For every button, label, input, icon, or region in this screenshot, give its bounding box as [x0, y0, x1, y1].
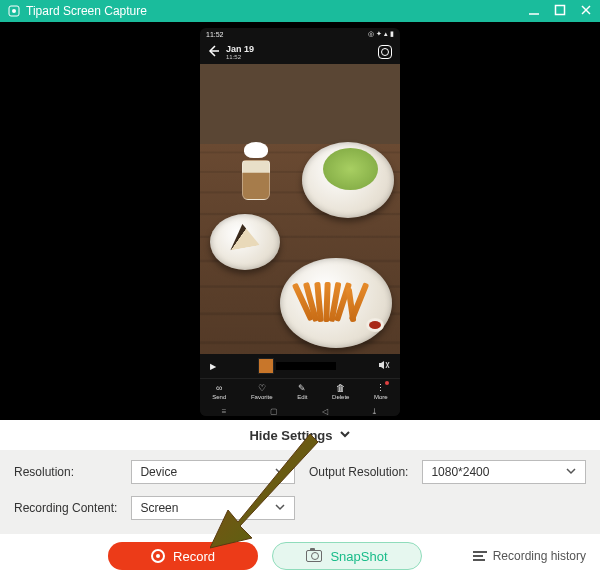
settings-panel: Resolution: Device Output Resolution: 10… [0, 450, 600, 534]
action-edit[interactable]: ✎Edit [297, 383, 307, 400]
app-icon [8, 5, 20, 17]
trash-icon: 🗑 [336, 383, 345, 393]
hide-settings-toggle[interactable]: Hide Settings [0, 420, 600, 450]
photo-time: 11:52 [226, 54, 254, 60]
status-time: 11:52 [206, 31, 224, 38]
hide-settings-label: Hide Settings [249, 428, 332, 443]
history-icon [473, 549, 487, 563]
nav-back-icon[interactable]: ◁ [322, 407, 328, 416]
svg-point-1 [12, 9, 16, 13]
nav-down-icon[interactable]: ⤓ [371, 407, 378, 416]
minimize-icon[interactable] [528, 4, 540, 19]
record-label: Record [173, 549, 215, 564]
svg-rect-3 [556, 5, 565, 14]
resolution-select[interactable]: Device [131, 460, 295, 484]
pencil-icon: ✎ [298, 383, 306, 393]
recording-content-label: Recording Content: [14, 501, 117, 515]
output-resolution-select[interactable]: 1080*2400 [422, 460, 586, 484]
chevron-down-icon [565, 465, 577, 480]
titlebar: Tipard Screen Capture [0, 0, 600, 22]
action-more[interactable]: ⋮More [374, 383, 388, 400]
preview-area: 11:52 ◎✦▴▮ Jan 19 11:52 [0, 22, 600, 420]
footer-bar: Record SnapShot Recording history [0, 534, 600, 577]
photo-header: Jan 19 11:52 [200, 40, 400, 64]
phone-action-row: ∞Send ♡Favorite ✎Edit 🗑Delete ⋮More [200, 378, 400, 404]
phone-nav-row: ≡ ▢ ◁ ⤓ [200, 404, 400, 416]
recording-content-value: Screen [140, 501, 178, 515]
maximize-icon[interactable] [554, 4, 566, 19]
share-icon: ∞ [216, 383, 222, 393]
output-resolution-label: Output Resolution: [309, 465, 408, 479]
window-title: Tipard Screen Capture [26, 4, 147, 18]
play-icon[interactable]: ▶ [210, 362, 216, 371]
photo-date: Jan 19 [226, 45, 254, 54]
camera-icon [306, 550, 322, 562]
output-resolution-value: 1080*2400 [431, 465, 489, 479]
bottom-panel: Hide Settings Resolution: Device Output … [0, 420, 600, 577]
action-delete[interactable]: 🗑Delete [332, 383, 349, 400]
status-icons: ◎✦▴▮ [366, 30, 394, 38]
phone-statusbar: 11:52 ◎✦▴▮ [200, 28, 400, 40]
chevron-down-icon [339, 428, 351, 443]
mute-icon[interactable] [378, 359, 390, 373]
snapshot-button[interactable]: SnapShot [272, 542, 422, 570]
record-icon [151, 549, 165, 563]
chevron-down-icon [274, 501, 286, 516]
lens-icon[interactable] [378, 45, 392, 59]
back-icon[interactable] [208, 43, 220, 61]
action-favorite[interactable]: ♡Favorite [251, 383, 273, 400]
history-label: Recording history [493, 549, 586, 563]
action-send[interactable]: ∞Send [212, 383, 226, 400]
heart-icon: ♡ [258, 383, 266, 393]
close-icon[interactable] [580, 4, 592, 19]
nav-home-icon[interactable]: ▢ [270, 407, 278, 416]
recording-content-select[interactable]: Screen [131, 496, 295, 520]
photo-content [200, 64, 400, 354]
thumbnail-strip[interactable] [258, 358, 336, 374]
device-preview: 11:52 ◎✦▴▮ Jan 19 11:52 [200, 28, 400, 416]
resolution-label: Resolution: [14, 465, 117, 479]
nav-menu-icon[interactable]: ≡ [222, 407, 227, 416]
recording-history-link[interactable]: Recording history [473, 549, 586, 563]
more-icon: ⋮ [376, 383, 385, 393]
chevron-down-icon [274, 465, 286, 480]
resolution-value: Device [140, 465, 177, 479]
record-button[interactable]: Record [108, 542, 258, 570]
playback-row: ▶ [200, 354, 400, 378]
snapshot-label: SnapShot [330, 549, 387, 564]
